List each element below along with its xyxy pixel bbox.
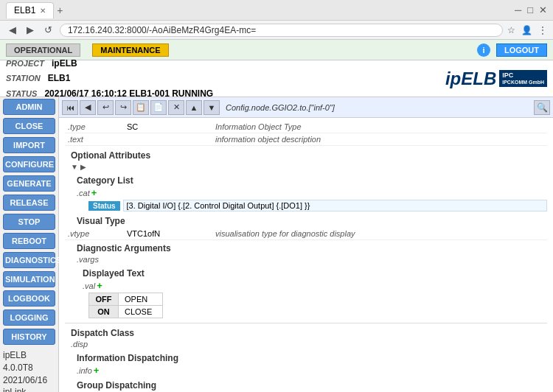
sidebar-btn-release[interactable]: RELEASE	[3, 195, 55, 211]
back-button[interactable]: ◀	[6, 23, 19, 37]
info-add-icon[interactable]: +	[94, 365, 100, 376]
url-bar[interactable]: 172.16.240.32:8000/-AoAiBeMzR4Grg4EA-mc=	[60, 24, 503, 37]
divider-1	[65, 323, 547, 323]
toolbar-delete-btn[interactable]: ✕	[168, 100, 184, 115]
category-list-title: Category List	[65, 175, 547, 186]
cat-add-icon[interactable]: +	[91, 187, 97, 198]
optional-attributes-title: Optional Attributes	[65, 150, 547, 161]
sidebar-btn-generate[interactable]: GENERATE	[3, 175, 55, 192]
val-table: OFF OPEN ON CLOSE	[88, 293, 163, 318]
dispatch-class-title: Dispatch Class	[65, 328, 547, 338]
table-row: .type SC Information Object Type	[65, 121, 547, 133]
data-content: .type SC Information Object Type .text i…	[59, 118, 553, 392]
toolbar-first-btn[interactable]: ⏮	[62, 100, 78, 115]
type-field-description: Information Object Type	[212, 121, 547, 133]
profile-icon[interactable]: 👤	[521, 25, 532, 35]
val-value-on: CLOSE	[119, 306, 163, 318]
logo-ipckomm: IPC IPCKOMM GmbH	[499, 70, 547, 87]
text-field-description: information object description	[212, 133, 547, 146]
status-label: STATUS	[6, 89, 37, 98]
station-value: ELB1	[48, 73, 71, 83]
val-add-icon[interactable]: +	[97, 280, 102, 291]
close-window-icon[interactable]: ✕	[539, 4, 547, 15]
toolbar-prev-btn[interactable]: ◀	[80, 100, 96, 115]
sidebar-btn-logbook[interactable]: LOGBOOK	[3, 290, 55, 307]
logo-area: ipELB IPC IPCKOMM GmbH	[445, 69, 547, 89]
triangle-down-icon: ▼	[71, 163, 78, 171]
info-label: .info	[77, 366, 92, 375]
text-field-value	[124, 133, 212, 146]
tab-title: ELB1	[14, 5, 35, 15]
visual-type-title: Visual Type	[65, 216, 547, 226]
toolbar-undo-btn[interactable]: ↩	[97, 100, 114, 115]
toolbar-search-btn[interactable]: 🔍	[534, 100, 550, 115]
collapse-icons[interactable]: ▼ ▶	[65, 162, 547, 171]
diagnostic-args-title: Diagnostic Arguments	[65, 243, 547, 253]
val-key-off: OFF	[89, 293, 119, 306]
toolbar: ⏮ ◀ ↩ ↪ 📋 📄 ✕ ▲ ▼ Config.node.GGIO2.to.[…	[59, 97, 553, 118]
triangle-right-icon: ▶	[80, 163, 86, 171]
bookmark-icon[interactable]: ☆	[507, 25, 515, 35]
minimize-icon[interactable]: ─	[515, 4, 521, 15]
toolbar-redo-btn[interactable]: ↪	[115, 100, 131, 115]
toolbar-down-btn[interactable]: ▼	[204, 100, 220, 115]
status-text: [3. Digital I/O] {.[2. Control Digital O…	[123, 200, 547, 211]
toolbar-paste-btn[interactable]: 📄	[150, 100, 167, 115]
header-right: i LOGOUT	[477, 43, 547, 57]
sidebar-btn-logging[interactable]: LOGGING	[3, 309, 55, 326]
val-value-off: OPEN	[119, 293, 163, 306]
table-row: .text information object description	[65, 133, 547, 146]
maximize-icon[interactable]: □	[527, 4, 533, 15]
sidebar-btn-import[interactable]: IMPORT	[3, 137, 55, 153]
maintenance-button[interactable]: MAINTENANCE	[92, 43, 168, 57]
station-label: STATION	[6, 74, 41, 83]
sidebar-btn-stop[interactable]: STOP	[3, 214, 55, 230]
val-key-on: ON	[89, 306, 119, 318]
menu-icon[interactable]: ⋮	[538, 25, 547, 35]
val-label: .val	[83, 281, 95, 290]
text-field-label: .text	[65, 133, 124, 146]
toolbar-copy-btn[interactable]: 📋	[133, 100, 149, 115]
type-field-value: SC	[124, 121, 212, 133]
status-badge: Status	[88, 201, 120, 211]
project-label: PROJECT	[6, 59, 44, 68]
tab-list: ELB1 ✕ +	[6, 2, 63, 18]
content-area: ⏮ ◀ ↩ ↪ 📋 📄 ✕ ▲ ▼ Config.node.GGIO2.to.[…	[59, 97, 553, 392]
footer-version: ipELB 4.0.0T8 2021/06/16	[3, 349, 55, 386]
logout-button[interactable]: LOGOUT	[496, 43, 547, 57]
footer-iplink: ipLink Version: 8.0.3	[3, 386, 55, 392]
displayed-text-title: Displayed Text	[65, 268, 547, 279]
logo-subtitle: IPCKOMM GmbH	[502, 80, 544, 85]
new-tab-button[interactable]: +	[57, 4, 63, 16]
browser-tab-bar: ELB1 ✕ + ─ □ ✕	[0, 0, 553, 21]
toolbar-up-btn[interactable]: ▲	[186, 100, 202, 115]
info-icon[interactable]: i	[477, 43, 490, 57]
operational-button[interactable]: OPERATIONAL	[6, 43, 80, 57]
url-text: 172.16.240.32:8000/-AoAiBeMzR4Grg4EA-mc=	[68, 25, 256, 35]
sidebar-btn-reboot[interactable]: REBOOT	[3, 233, 55, 249]
toolbar-path: Config.node.GGIO2.to.["inf-0"]	[226, 103, 335, 112]
disp-label: .disp	[71, 340, 88, 349]
vargs-label: .vargs	[77, 255, 99, 264]
table-row: OFF OPEN	[89, 293, 163, 306]
reload-button[interactable]: ↺	[41, 23, 55, 37]
sidebar-btn-history[interactable]: HISTORY	[3, 329, 55, 345]
sidebar-btn-diagnostics[interactable]: DIAGNOSTICS	[3, 252, 55, 268]
sidebar-btn-configure[interactable]: CONFIGURE	[3, 156, 55, 172]
status-bar: PROJECT ipELB STATION ELB1 STATUS 2021/0…	[0, 60, 553, 97]
table-row: .vtype VTC1ofN visualisation type for di…	[65, 228, 547, 240]
logo-text: ipELB	[445, 69, 496, 89]
sidebar-btn-admin[interactable]: ADMIN	[3, 99, 55, 115]
cat-label: .cat	[77, 189, 90, 197]
tab-elb1[interactable]: ELB1 ✕	[6, 2, 54, 18]
sidebar-btn-simulation[interactable]: SIMULATION	[3, 271, 55, 287]
info-dispatching-title: Information Dispatching	[65, 353, 547, 363]
sidebar: ADMIN CLOSE IMPORT CONFIGURE GENERATE RE…	[0, 97, 59, 392]
tab-close-btn[interactable]: ✕	[40, 7, 46, 15]
main-layout: ADMIN CLOSE IMPORT CONFIGURE GENERATE RE…	[0, 97, 553, 392]
forward-button[interactable]: ▶	[24, 23, 37, 37]
sidebar-btn-close[interactable]: CLOSE	[3, 118, 55, 134]
nav-bar: ◀ ▶ ↺ 172.16.240.32:8000/-AoAiBeMzR4Grg4…	[0, 21, 553, 40]
nav-icons: ☆ 👤 ⋮	[507, 25, 547, 35]
visual-type-table: .vtype VTC1ofN visualisation type for di…	[65, 228, 547, 240]
